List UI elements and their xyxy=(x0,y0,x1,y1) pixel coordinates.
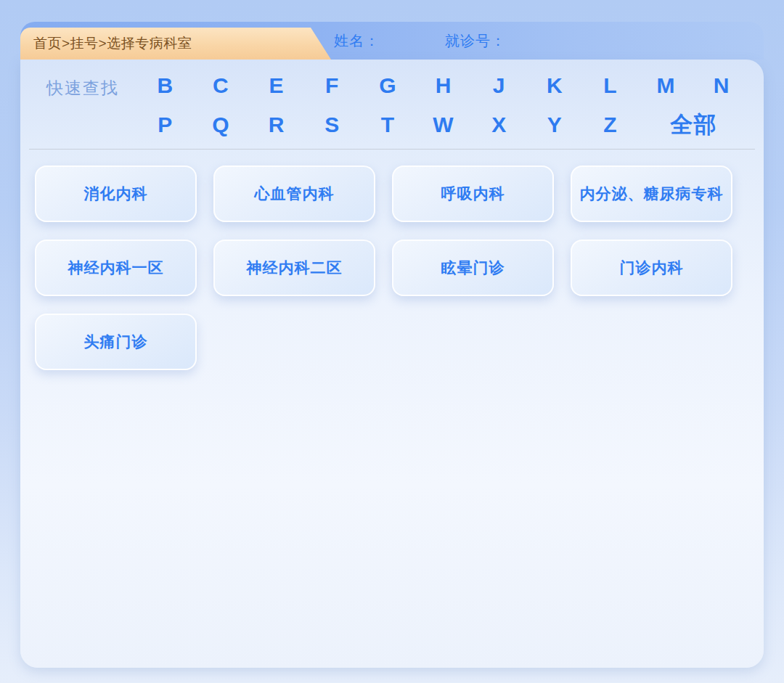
department-button-7[interactable]: 眩晕门诊 xyxy=(392,240,554,296)
department-button-label: 门诊内科 xyxy=(620,258,684,278)
letter-X[interactable]: X xyxy=(471,109,527,141)
letter-P[interactable]: P xyxy=(137,109,193,141)
department-button-5[interactable]: 神经内科一区 xyxy=(35,240,197,296)
breadcrumb-text: 首页>挂号>选择专病科室 xyxy=(33,34,192,53)
letter-index: BCEFGHJKLMNPQRSTWXYZ全部 xyxy=(137,70,749,141)
letter-Q[interactable]: Q xyxy=(193,109,249,141)
letter-R[interactable]: R xyxy=(248,109,304,141)
letter-K[interactable]: K xyxy=(526,70,582,102)
department-button-label: 呼吸内科 xyxy=(441,184,505,204)
department-button-1[interactable]: 消化内科 xyxy=(35,165,197,222)
letter-W[interactable]: W xyxy=(415,109,471,141)
letter-H[interactable]: H xyxy=(415,70,471,102)
department-button-2[interactable]: 心血管内科 xyxy=(213,165,375,222)
patient-info-bar: 姓名： 就诊号： xyxy=(334,22,571,60)
department-button-label: 神经内科一区 xyxy=(68,258,164,278)
letter-N[interactable]: N xyxy=(693,70,749,102)
department-button-label: 内分泌、糖尿病专科 xyxy=(580,184,724,204)
name-label: 姓名： xyxy=(334,31,380,51)
department-button-4[interactable]: 内分泌、糖尿病专科 xyxy=(571,165,732,222)
visit-number-value xyxy=(507,32,561,49)
department-list: 消化内科心血管内科呼吸内科内分泌、糖尿病专科神经内科一区神经内科二区眩晕门诊门诊… xyxy=(35,165,732,370)
department-button-label: 消化内科 xyxy=(84,184,148,204)
letter-C[interactable]: C xyxy=(193,70,249,102)
quick-find-label: 快速查找 xyxy=(46,77,119,99)
department-button-label: 心血管内科 xyxy=(255,184,335,204)
section-divider xyxy=(29,149,755,150)
letter-F[interactable]: F xyxy=(304,70,360,102)
content-panel: 快速查找 BCEFGHJKLMNPQRSTWXYZ全部 消化内科心血管内科呼吸内… xyxy=(20,60,764,668)
letter-T[interactable]: T xyxy=(360,109,416,141)
letter-J[interactable]: J xyxy=(471,70,527,102)
department-button-label: 头痛门诊 xyxy=(84,332,148,352)
letter-L[interactable]: L xyxy=(582,70,638,102)
letter-Z[interactable]: Z xyxy=(582,109,638,141)
letter-M[interactable]: M xyxy=(638,70,694,102)
department-button-label: 神经内科二区 xyxy=(247,258,343,278)
letter-G[interactable]: G xyxy=(360,70,416,102)
breadcrumb[interactable]: 首页>挂号>选择专病科室 xyxy=(20,28,311,60)
letter-E[interactable]: E xyxy=(248,70,304,102)
department-button-8[interactable]: 门诊内科 xyxy=(571,240,732,296)
letter-B[interactable]: B xyxy=(137,70,193,102)
department-button-3[interactable]: 呼吸内科 xyxy=(392,165,554,222)
name-value xyxy=(381,32,435,49)
letter-Y[interactable]: Y xyxy=(526,109,582,141)
letter-all[interactable]: 全部 xyxy=(638,109,749,141)
visit-number-label: 就诊号： xyxy=(445,31,506,51)
letter-S[interactable]: S xyxy=(304,109,360,141)
department-button-6[interactable]: 神经内科二区 xyxy=(213,240,375,296)
department-button-label: 眩晕门诊 xyxy=(441,258,505,278)
department-button-9[interactable]: 头痛门诊 xyxy=(35,314,197,370)
